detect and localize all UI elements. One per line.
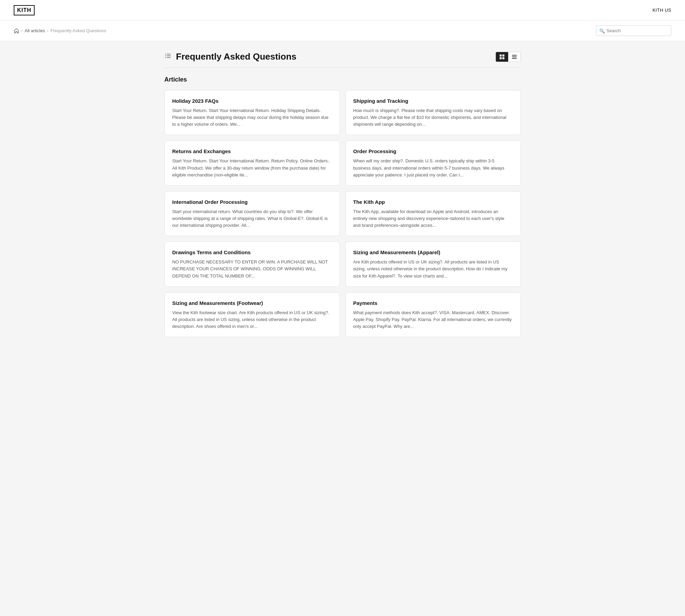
svg-rect-2: [165, 57, 166, 58]
svg-rect-3: [167, 54, 171, 54]
svg-rect-7: [502, 54, 504, 57]
topbar: › All articles › Frequently Asked Questi…: [0, 21, 685, 41]
article-card-0[interactable]: Holiday 2023 FAQs Start Your Return. Sta…: [164, 90, 340, 135]
article-preview-8: View the Kith footwear size chart. Are K…: [172, 309, 332, 330]
article-title-3: Order Processing: [353, 148, 513, 154]
svg-rect-11: [512, 56, 517, 57]
article-title-5: The Kith App: [353, 199, 513, 205]
article-card-1[interactable]: Shipping and Tracking How much is shippi…: [345, 90, 521, 135]
article-card-3[interactable]: Order Processing When will my order ship…: [345, 140, 521, 185]
article-preview-6: NO PURCHASE NECESSARY TO ENTER OR WIN. A…: [172, 259, 332, 279]
article-preview-9: What payment methods does Kith accept?. …: [353, 309, 513, 330]
header: KITH KITH US: [0, 0, 685, 21]
articles-section-title: Articles: [164, 76, 521, 83]
svg-rect-1: [165, 56, 166, 56]
svg-rect-8: [500, 57, 502, 59]
article-card-8[interactable]: Sizing and Measurements (Footwear) View …: [164, 292, 340, 337]
breadcrumb-all-articles[interactable]: All articles: [25, 28, 45, 33]
article-card-4[interactable]: International Order Processing Start you…: [164, 191, 340, 236]
title-divider: [164, 67, 521, 68]
article-preview-7: Are Kith products offered in US or UK si…: [353, 259, 513, 279]
view-toggle: [496, 52, 521, 62]
svg-rect-10: [512, 55, 517, 56]
article-title-9: Payments: [353, 300, 513, 306]
breadcrumb: › All articles › Frequently Asked Questi…: [14, 28, 106, 34]
article-preview-0: Start Your Return. Start Your Internatio…: [172, 107, 332, 128]
article-preview-4: Start your international return. What co…: [172, 208, 332, 229]
search-icon: 🔍: [599, 28, 605, 33]
search-input[interactable]: [596, 25, 671, 36]
breadcrumb-current: Frequently Asked Questions: [50, 28, 106, 33]
article-card-2[interactable]: Returns and Exchanges Start Your Return.…: [164, 140, 340, 185]
svg-rect-4: [167, 56, 171, 56]
page-title-left: Frequently Asked Questions: [164, 51, 297, 62]
article-title-2: Returns and Exchanges: [172, 148, 332, 154]
svg-rect-6: [500, 54, 502, 57]
svg-rect-0: [165, 54, 166, 54]
article-preview-5: The Kith App, available for download on …: [353, 208, 513, 229]
article-preview-3: When will my order ship?. Domestic U.S. …: [353, 158, 513, 178]
list-icon: [164, 52, 171, 61]
home-icon[interactable]: [14, 28, 19, 34]
svg-rect-12: [512, 58, 517, 59]
articles-section: Articles Holiday 2023 FAQs Start Your Re…: [164, 76, 521, 337]
list-view-button[interactable]: [508, 52, 521, 62]
article-preview-2: Start Your Return. Start Your Internatio…: [172, 158, 332, 178]
article-title-6: Drawings Terms and Conditions: [172, 249, 332, 255]
breadcrumb-sep-2: ›: [47, 28, 48, 33]
article-title-1: Shipping and Tracking: [353, 98, 513, 104]
svg-rect-5: [167, 57, 171, 58]
article-card-5[interactable]: The Kith App The Kith App, available for…: [345, 191, 521, 236]
main-content: Frequently Asked Questions: [151, 41, 535, 347]
article-card-9[interactable]: Payments What payment methods does Kith …: [345, 292, 521, 337]
articles-grid: Holiday 2023 FAQs Start Your Return. Sta…: [164, 90, 521, 337]
grid-view-button[interactable]: [496, 52, 508, 62]
article-title-8: Sizing and Measurements (Footwear): [172, 300, 332, 306]
breadcrumb-sep-1: ›: [21, 28, 23, 33]
logo[interactable]: KITH: [14, 5, 35, 15]
article-title-0: Holiday 2023 FAQs: [172, 98, 332, 104]
header-nav[interactable]: KITH US: [652, 8, 671, 13]
article-card-7[interactable]: Sizing and Measurements (Apparel) Are Ki…: [345, 242, 521, 286]
page-title: Frequently Asked Questions: [176, 51, 297, 62]
article-preview-1: How much is shipping?. Please note that …: [353, 107, 513, 128]
page-title-row: Frequently Asked Questions: [164, 51, 521, 62]
article-title-4: International Order Processing: [172, 199, 332, 205]
search-bar: 🔍: [596, 25, 671, 36]
article-title-7: Sizing and Measurements (Apparel): [353, 249, 513, 255]
article-card-6[interactable]: Drawings Terms and Conditions NO PURCHAS…: [164, 242, 340, 286]
svg-rect-9: [502, 57, 504, 59]
